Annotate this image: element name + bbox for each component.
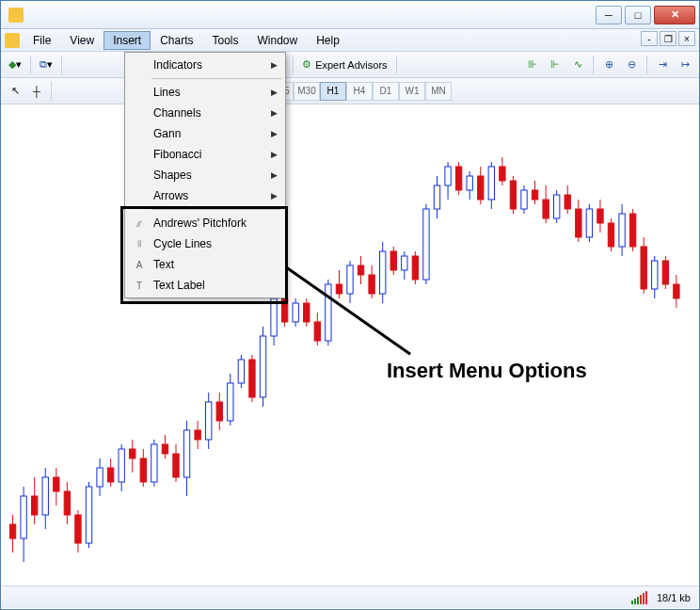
svg-rect-105 <box>576 209 581 237</box>
svg-rect-39 <box>216 402 222 421</box>
mdi-restore-button[interactable]: ❐ <box>660 31 676 46</box>
menu-item-fibonacci[interactable]: Fibonacci▶ <box>127 144 283 165</box>
line-chart-button[interactable]: ∿ <box>567 55 588 75</box>
svg-rect-37 <box>206 402 212 440</box>
toolbar-separator <box>61 56 62 74</box>
menu-charts[interactable]: Charts <box>151 31 202 50</box>
crosshair-button[interactable]: ┼ <box>26 81 47 102</box>
svg-rect-99 <box>543 200 549 218</box>
profiles-button[interactable]: ⧉▾ <box>36 55 56 75</box>
svg-rect-71 <box>390 251 396 270</box>
close-button[interactable]: ✕ <box>654 6 695 24</box>
svg-rect-67 <box>369 275 374 294</box>
mdi-minimize-button[interactable]: - <box>641 31 658 46</box>
insert-menu-dropdown: Indicators▶Lines▶Channels▶Gann▶Fibonacci… <box>124 52 286 298</box>
menu-separator <box>151 78 281 79</box>
cursor-button[interactable]: ↖ <box>5 81 25 102</box>
timeframe-m30[interactable]: M30 <box>294 82 320 101</box>
svg-rect-11 <box>64 491 70 515</box>
svg-rect-41 <box>228 383 233 421</box>
app-menu-icon <box>5 33 20 48</box>
menu-item-label: Indicators <box>153 58 202 72</box>
svg-rect-77 <box>423 209 429 280</box>
svg-rect-25 <box>140 458 146 482</box>
svg-rect-93 <box>510 181 516 209</box>
menu-item-arrows[interactable]: Arrows▶ <box>127 185 283 206</box>
svg-rect-79 <box>434 185 439 209</box>
svg-rect-5 <box>32 496 38 515</box>
svg-rect-111 <box>608 223 613 247</box>
auto-scroll-button[interactable]: ⇥ <box>652 55 673 75</box>
menu-view[interactable]: View <box>60 31 103 50</box>
timeframe-d1[interactable]: D1 <box>373 82 399 101</box>
submenu-arrow-icon: ▶ <box>271 170 278 180</box>
toolbar-separator <box>293 56 294 74</box>
svg-rect-113 <box>619 214 625 247</box>
menu-item-cycle-lines[interactable]: Cycle Lines⦀ <box>127 233 283 254</box>
chart-area[interactable] <box>2 106 698 585</box>
window-controls: ─ □ ✕ <box>596 6 695 24</box>
cycle-icon: ⦀ <box>131 235 148 252</box>
menu-item-label: Arrows <box>153 189 188 202</box>
svg-rect-15 <box>86 487 91 543</box>
menu-window[interactable]: Window <box>248 31 308 50</box>
toolbar-separator <box>593 56 594 74</box>
menu-item-indicators[interactable]: Indicators▶ <box>127 55 283 75</box>
mdi-controls: - ❐ × <box>641 31 695 46</box>
svg-rect-33 <box>183 430 189 477</box>
svg-rect-83 <box>455 167 461 190</box>
chart-shift-button[interactable]: ↦ <box>675 55 695 75</box>
menu-item-channels[interactable]: Channels▶ <box>127 103 283 123</box>
maximize-button[interactable]: □ <box>625 6 651 24</box>
svg-rect-97 <box>532 190 537 200</box>
zoom-out-button[interactable]: ⊖ <box>621 55 642 75</box>
menu-file[interactable]: File <box>24 31 60 50</box>
menu-help[interactable]: Help <box>307 31 349 50</box>
svg-rect-35 <box>195 430 200 440</box>
svg-rect-49 <box>271 298 277 336</box>
timeframe-h1[interactable]: H1 <box>320 82 346 101</box>
bar-chart-button[interactable]: ⊪ <box>522 55 543 75</box>
menu-item-text-label[interactable]: Text LabelT <box>127 275 283 296</box>
toolbar-objects: ↖ ┼ M1M5M15M30H1H4D1W1MN <box>1 78 699 104</box>
svg-rect-7 <box>42 477 48 515</box>
toolbar-separator <box>646 56 647 74</box>
svg-rect-43 <box>238 360 244 383</box>
menu-item-label: Shapes <box>153 169 192 182</box>
svg-rect-103 <box>565 195 570 209</box>
T-icon: T <box>131 277 148 294</box>
svg-rect-21 <box>119 449 124 482</box>
timeframe-mn[interactable]: MN <box>425 82 452 101</box>
svg-rect-29 <box>162 444 167 454</box>
menu-item-lines[interactable]: Lines▶ <box>127 82 283 103</box>
menu-item-label: Fibonacci <box>153 148 201 161</box>
expert-advisors-label: Expert Advisors <box>315 59 387 71</box>
menu-item-gann[interactable]: Gann▶ <box>127 123 283 144</box>
menu-item-shapes[interactable]: Shapes▶ <box>127 165 283 185</box>
candle-chart-button[interactable]: ⊩ <box>545 55 565 75</box>
svg-rect-85 <box>467 176 472 190</box>
menu-separator <box>151 209 281 210</box>
pitchfork-icon: ⫽ <box>131 215 148 232</box>
timeframe-w1[interactable]: W1 <box>399 82 425 101</box>
svg-rect-27 <box>151 444 157 482</box>
svg-rect-17 <box>97 468 103 487</box>
svg-rect-3 <box>21 496 26 538</box>
zoom-in-button[interactable]: ⊕ <box>598 55 619 75</box>
timeframe-h4[interactable]: H4 <box>346 82 373 101</box>
svg-rect-119 <box>652 261 658 289</box>
mdi-close-button[interactable]: × <box>678 31 695 46</box>
submenu-arrow-icon: ▶ <box>271 150 278 159</box>
new-chart-button[interactable]: ◆▾ <box>5 55 25 75</box>
menu-item-text[interactable]: TextA <box>127 254 283 275</box>
svg-rect-9 <box>54 477 59 491</box>
minimize-button[interactable]: ─ <box>596 6 622 24</box>
title-bar: ─ □ ✕ <box>1 1 699 29</box>
expert-advisors-button[interactable]: ⚙Expert Advisors <box>298 55 390 75</box>
svg-rect-57 <box>314 322 320 341</box>
menu-tools[interactable]: Tools <box>203 31 248 50</box>
menu-insert[interactable]: Insert <box>103 31 151 50</box>
svg-rect-1 <box>9 524 15 538</box>
menu-item-andrews-pitchfork[interactable]: Andrews' Pitchfork⫽ <box>127 213 283 233</box>
svg-rect-89 <box>488 167 494 200</box>
